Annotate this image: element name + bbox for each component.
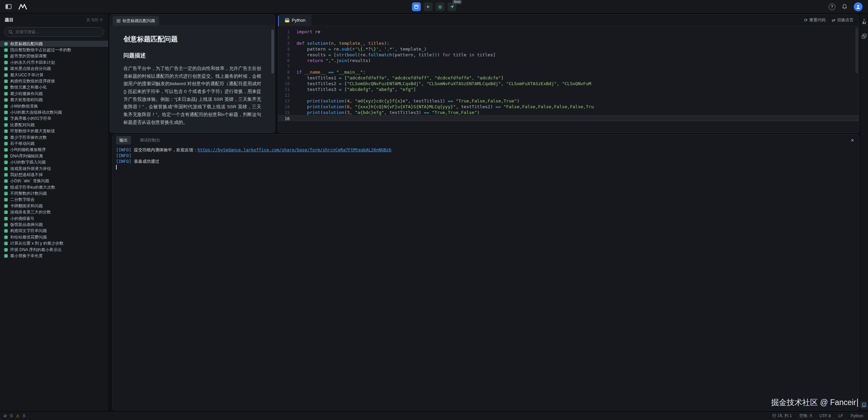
list-item[interactable]: DNA序列编辑距离 xyxy=(0,153,108,159)
list-item[interactable]: 二分数字组合 xyxy=(0,197,108,203)
list-item[interactable]: 数组元素之和最小化 xyxy=(0,84,108,91)
close-icon: × xyxy=(851,137,854,144)
list-item[interactable]: 饭馆菜品选择问题 xyxy=(0,222,108,228)
code-line[interactable]: 4 pattern = re.sub(r'\{.*?\}', '.*', tem… xyxy=(278,46,859,52)
code-line[interactable]: 14 print(solution(6, "{xxx}h{cQ}N{vF}u{X… xyxy=(278,104,859,110)
problem-icon xyxy=(4,223,8,227)
sidebar-toggle-button[interactable] xyxy=(4,2,13,11)
app-logo[interactable] xyxy=(18,2,27,11)
problem-icon xyxy=(4,148,8,152)
reset-code-button[interactable]: ⟳ 重置代码 xyxy=(804,17,826,23)
problem-count: 共 500 个 xyxy=(86,17,103,23)
description-scrollbar[interactable] xyxy=(271,30,274,74)
encoding-setting[interactable]: UTF-8 xyxy=(819,414,831,418)
list-item[interactable]: 小U的最大连续移动次数问题 xyxy=(0,109,108,115)
output-tab[interactable]: 输出 xyxy=(116,136,131,145)
list-item[interactable]: 构造特定数组的逆序拼接 xyxy=(0,78,108,84)
list-item[interactable]: 小R的随机播放顺序 xyxy=(0,147,108,153)
search-input[interactable] xyxy=(15,30,100,34)
list-item[interactable]: 最大UCC子串计算 xyxy=(0,72,108,78)
code-line[interactable]: 10 testTitles2 = ["CLSomGhcQNvFuzENTAMLC… xyxy=(278,81,859,87)
code-line[interactable]: 8if __name__ == "__main__": xyxy=(278,69,859,75)
editor-scrollbar[interactable] xyxy=(855,27,858,73)
user-avatar[interactable] xyxy=(854,2,863,11)
line-number: 11 xyxy=(278,87,290,92)
output-caret xyxy=(116,165,117,170)
code-line[interactable]: 13 print(solution(4, "ad{xyz}cdc{y}f{x}e… xyxy=(278,98,859,104)
python-tab[interactable]: Python xyxy=(278,15,311,26)
list-item[interactable]: 找出整型数组中占比超过一半的数 xyxy=(0,47,108,53)
list-item[interactable]: 环形数组中的最大贡献值 xyxy=(0,128,108,134)
list-item[interactable]: 计算从位置 x 到 y 的最少步数 xyxy=(0,241,108,247)
code-line[interactable]: 6 return ",".join(results) xyxy=(278,58,859,63)
debug-console-tab[interactable]: 调试控制台 xyxy=(136,136,163,145)
code-line[interactable]: 16 xyxy=(278,115,859,121)
notifications-button[interactable] xyxy=(840,2,849,11)
list-item[interactable]: 游戏排名第三大的分数 xyxy=(0,209,108,215)
description-tab[interactable]: 创意标题匹配问题 xyxy=(113,16,159,26)
eol-setting[interactable]: LF xyxy=(838,414,843,418)
debug-test-button[interactable] xyxy=(436,2,444,11)
help-button[interactable]: ? xyxy=(829,3,835,10)
run-button[interactable] xyxy=(424,2,432,11)
list-item[interactable]: 超市里的货物架调整 xyxy=(0,53,108,59)
list-item[interactable]: 最小替换子串长度 xyxy=(0,253,108,259)
list-item[interactable]: 最大矩形面积问题 xyxy=(0,97,108,103)
watermark-caret xyxy=(857,399,858,407)
search-box[interactable] xyxy=(4,27,104,37)
switch-language-button[interactable]: ⇄ 切换语言 xyxy=(832,17,853,23)
list-item[interactable]: 最少前缀操作问题 xyxy=(0,91,108,97)
problem-icon xyxy=(4,217,8,221)
list-item[interactable]: 组成字符串ku的最大次数 xyxy=(0,184,108,190)
indent-setting[interactable]: 空格: 4 xyxy=(799,413,812,419)
close-button[interactable]: × xyxy=(851,137,854,143)
editor-header: Python ⟳ 重置代码 ⇄ 切换语言 xyxy=(278,15,859,26)
terminal-button[interactable] xyxy=(412,2,421,11)
list-item[interactable]: 创意标题匹配问题 xyxy=(0,41,108,47)
list-item[interactable]: 观光景点组合得分问题 xyxy=(0,66,108,72)
list-item[interactable]: 小的永久代币卡回本计划 xyxy=(0,59,108,65)
list-item[interactable]: 小D的 `abc` 变换问题 xyxy=(0,178,108,184)
feedback-link[interactable]: https://bytedance.larkoffice.com/share/b… xyxy=(197,147,391,152)
device-preview-button[interactable] xyxy=(860,401,867,408)
output-log[interactable]: [INFO] 提交功能内测体验中，欢迎反馈：https://bytedance.… xyxy=(113,146,859,171)
code-line-text: def solution(n, template_, titles): xyxy=(296,40,389,46)
list-item[interactable]: 最少字符串操作次数 xyxy=(0,134,108,140)
bell-icon xyxy=(842,4,847,9)
cursor-position[interactable]: 行 16, 列 1 xyxy=(772,413,792,419)
code-area[interactable]: 1import re23def solution(n, template_, t… xyxy=(278,26,859,121)
code-line[interactable]: 7 xyxy=(278,63,859,69)
problem-icon xyxy=(4,79,8,83)
list-item[interactable]: 小M的数组变换 xyxy=(0,103,108,109)
language-mode[interactable]: Python xyxy=(851,414,863,418)
code-line[interactable]: 3def solution(n, template_, titles): xyxy=(278,40,859,46)
code-line[interactable]: 12 xyxy=(278,92,859,98)
code-line[interactable]: 9 testTitles1 = ["adcdcefdfeffe", "adcdc… xyxy=(278,75,859,81)
code-line[interactable]: 2 xyxy=(278,35,859,40)
warning-icon: ⚠ xyxy=(16,414,20,418)
problem-desc-heading: 问题描述 xyxy=(123,52,261,59)
list-item[interactable]: 卡牌翻面求和问题 xyxy=(0,203,108,209)
status-bar: ⊘ 0 ⚠ 0 行 16, 列 1 空格: 4 UTF-8 LF Python xyxy=(0,411,868,420)
list-item[interactable]: 石子移动问题 xyxy=(0,140,108,147)
description-tabbar: 创意标题匹配问题 xyxy=(110,15,275,26)
list-item[interactable]: 比赛配对问题 xyxy=(0,122,108,128)
code-line[interactable]: 5 results = [str(bool(re.fullmatch(patte… xyxy=(278,52,859,58)
ai-assistant-button[interactable]: ✦ AI xyxy=(862,18,866,25)
list-item[interactable]: 小U的数字插入问题 xyxy=(0,159,108,165)
code-line[interactable]: 11 testTitles3 = ["abcdefg", "abefg", "e… xyxy=(278,87,859,92)
list-item[interactable]: 构造回文字符串问题 xyxy=(0,228,108,234)
code-line[interactable]: 15 print(solution(3, "a{bdc}efg", testTi… xyxy=(278,110,859,115)
blocks-button[interactable] xyxy=(862,34,867,39)
list-item[interactable]: 字典序最小的01字符串 xyxy=(0,116,108,122)
list-item[interactable]: 我好想逃却逃不掉 xyxy=(0,172,108,178)
play-icon xyxy=(426,5,430,9)
ai-label: AI xyxy=(862,21,866,25)
code-line[interactable]: 1import re xyxy=(278,29,859,35)
list-item[interactable]: 小的倒排索引 xyxy=(0,215,108,222)
list-item[interactable]: 补给站最优花费问题 xyxy=(0,234,108,240)
list-item[interactable]: 环状 DNA 序列的最小表示法 xyxy=(0,247,108,253)
list-item[interactable]: 游戏英雄升级潜力评估 xyxy=(0,166,108,172)
problems-indicator[interactable]: ⊘ 0 ⚠ 0 xyxy=(3,414,25,418)
list-item[interactable]: 不同整数的计数问题 xyxy=(0,190,108,196)
